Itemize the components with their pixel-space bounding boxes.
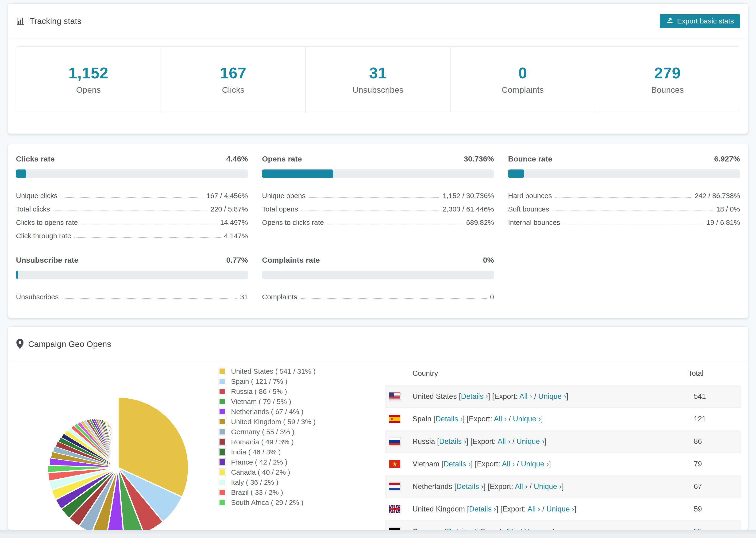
legend-label: India ( 46 / 3% ) — [231, 448, 281, 456]
export-all-link-gb[interactable]: All › — [527, 505, 540, 513]
legend-swatch — [219, 489, 226, 496]
rate-detail-label: Unique clicks — [16, 192, 58, 200]
details-link-vn[interactable]: Details › — [444, 460, 471, 468]
details-link-ru[interactable]: Details › — [439, 437, 466, 446]
summary-label: Opens — [76, 85, 101, 95]
export-all-link-nl[interactable]: All › — [515, 482, 527, 491]
rate-progress-track — [16, 170, 248, 178]
legend-swatch — [219, 408, 226, 415]
geo-table-row: Netherlands [Details ›] [Export: All › /… — [385, 475, 741, 498]
export-basic-stats-button[interactable]: Export basic stats — [660, 14, 740, 28]
legend-item: Germany ( 55 / 3% ) — [219, 427, 315, 437]
legend-label: Netherlands ( 67 / 4% ) — [231, 408, 303, 416]
rate-detail-value: 689.82% — [466, 219, 494, 227]
country-column-header: Country — [412, 369, 688, 378]
rate-detail-value: 4.147% — [224, 232, 248, 240]
export-unique-link-vn[interactable]: Unique › — [521, 460, 549, 468]
total-cell: 86 — [688, 437, 741, 446]
legend-swatch — [219, 418, 226, 425]
legend-item: France ( 42 / 2% ) — [219, 457, 315, 467]
geo-country-table: CountryTotalUnited States [Details ›] [E… — [385, 362, 741, 530]
details-link-us[interactable]: Details › — [461, 392, 488, 401]
export-all-link-es[interactable]: All › — [494, 415, 507, 423]
export-all-link-us[interactable]: All › — [519, 392, 532, 401]
bar-chart-icon — [16, 17, 26, 26]
legend-label: France ( 42 / 2% ) — [231, 458, 287, 466]
tracking-stats-page: Tracking stats Export basic stats 1,152O… — [0, 0, 756, 538]
rate-detail-label: Internal bounces — [508, 219, 560, 227]
legend-swatch — [219, 368, 226, 375]
rate-detail-label: Clicks to opens rate — [16, 219, 78, 227]
legend-swatch — [219, 398, 226, 405]
export-unique-link-nl[interactable]: Unique › — [534, 482, 562, 491]
dotted-leader — [53, 211, 207, 211]
dotted-leader — [564, 224, 703, 224]
legend-item: Vietnam ( 79 / 5% ) — [219, 397, 315, 406]
rate-detail-row: Internal bounces19 / 6.81% — [508, 213, 740, 227]
export-unique-link-gb[interactable]: Unique › — [547, 505, 574, 513]
total-cell: 541 — [688, 392, 741, 401]
export-all-link-ru[interactable]: All › — [498, 437, 510, 446]
legend-item: United States ( 541 / 31% ) — [219, 366, 315, 376]
rate-detail-row: Unsubscribes31 — [16, 288, 248, 301]
export-all-link-vn[interactable]: All › — [502, 460, 514, 468]
export-unique-link-es[interactable]: Unique › — [513, 415, 541, 423]
rate-title-row: Clicks rate4.46% — [16, 155, 248, 163]
export-unique-link-ru[interactable]: Unique › — [516, 437, 544, 446]
details-link-gb[interactable]: Details › — [469, 505, 496, 513]
legend-label: Italy ( 36 / 2% ) — [231, 478, 279, 486]
rate-detail-rows: Complaints0 — [262, 288, 494, 301]
rate-title: Clicks rate — [16, 155, 55, 163]
details-link-nl[interactable]: Details › — [457, 482, 484, 491]
rate-block-unsubscribe-rate: Unsubscribe rate0.77%Unsubscribes31 — [16, 252, 248, 301]
total-cell: 59 — [688, 505, 741, 513]
geo-table-row: United States [Details ›] [Export: All ›… — [385, 385, 741, 407]
rate-progress-track — [508, 170, 740, 178]
flag-vn-icon — [389, 460, 412, 468]
legend-swatch — [219, 428, 226, 435]
summary-label: Bounces — [651, 85, 684, 95]
summary-value: 31 — [369, 64, 387, 82]
rate-progress-track — [262, 271, 494, 279]
rate-block-bounce-rate: Bounce rate6.927%Hard bounces242 / 86.73… — [508, 151, 740, 240]
rate-title: Opens rate — [262, 155, 302, 163]
geo-table-row: United Kingdom [Details ›] [Export: All … — [385, 498, 741, 520]
dotted-leader — [555, 197, 691, 198]
rate-detail-value: 167 / 4.456% — [206, 192, 248, 200]
rate-detail-value: 31 — [240, 293, 248, 301]
rate-title: Complaints rate — [262, 256, 320, 265]
rate-detail-rows: Unique clicks167 / 4.456%Total clicks220… — [16, 187, 248, 240]
details-link-de[interactable]: Details › — [447, 527, 474, 530]
rate-detail-row: Total opens2,303 / 61.446% — [262, 200, 494, 213]
rate-title: Unsubscribe rate — [16, 256, 79, 265]
summary-cell: 0Complaints — [450, 47, 595, 112]
rate-title-row: Opens rate30.736% — [262, 155, 494, 163]
total-cell: 121 — [688, 415, 741, 423]
legend-item: India ( 46 / 3% ) — [219, 447, 315, 457]
dotted-leader — [300, 298, 487, 299]
dotted-leader — [309, 197, 439, 198]
export-unique-link-de[interactable]: Unique › — [524, 527, 552, 530]
flag-ru-icon — [389, 438, 412, 445]
export-all-link-de[interactable]: All › — [505, 527, 518, 530]
summary-value: 279 — [654, 64, 681, 82]
rate-detail-label: Soft bounces — [508, 205, 549, 213]
details-link-es[interactable]: Details › — [436, 415, 463, 423]
dotted-leader — [62, 298, 237, 299]
geo-table-row: Russia [Details ›] [Export: All › / Uniq… — [385, 430, 741, 453]
dotted-leader — [327, 224, 463, 224]
summary-value: 1,152 — [69, 64, 108, 82]
summary-label: Complaints — [502, 85, 544, 95]
legend-item: Brazil ( 33 / 2% ) — [219, 487, 315, 497]
rate-progress-fill — [262, 170, 333, 178]
country-cell: Netherlands [Details ›] [Export: All › /… — [412, 482, 688, 491]
flag-es-icon — [389, 415, 412, 423]
export-unique-link-us[interactable]: Unique › — [538, 392, 566, 401]
rate-detail-row: Clicks to opens rate14.497% — [16, 213, 248, 227]
rate-progress-track — [16, 271, 248, 279]
tracking-stats-card: Tracking stats Export basic stats 1,152O… — [8, 3, 748, 134]
total-cell: 67 — [688, 482, 741, 491]
legend-label: Romania ( 49 / 3% ) — [231, 438, 294, 446]
rate-detail-row: Opens to clicks rate689.82% — [262, 213, 494, 227]
rate-detail-value: 19 / 6.81% — [706, 219, 740, 227]
